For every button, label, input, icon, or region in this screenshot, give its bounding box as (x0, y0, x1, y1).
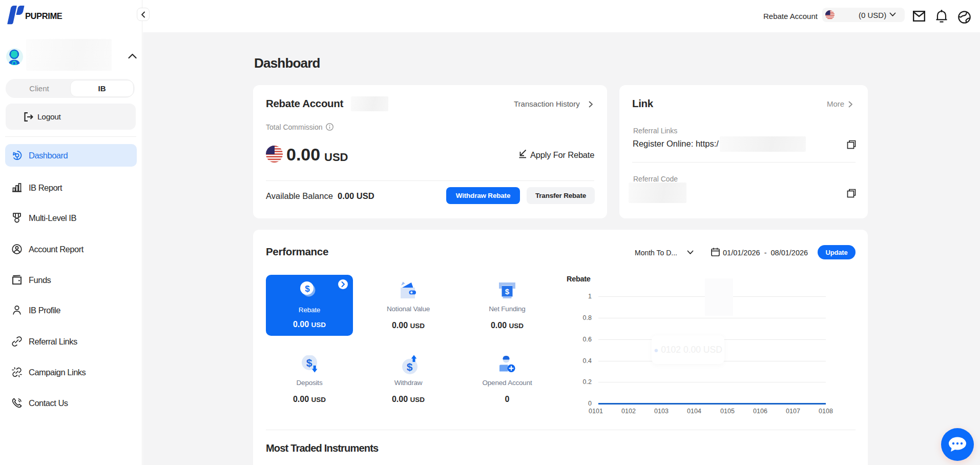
svg-text:$: $ (505, 287, 510, 296)
svg-text:$: $ (305, 284, 310, 294)
svg-text:$: $ (306, 357, 312, 369)
svg-text:$: $ (407, 361, 413, 373)
